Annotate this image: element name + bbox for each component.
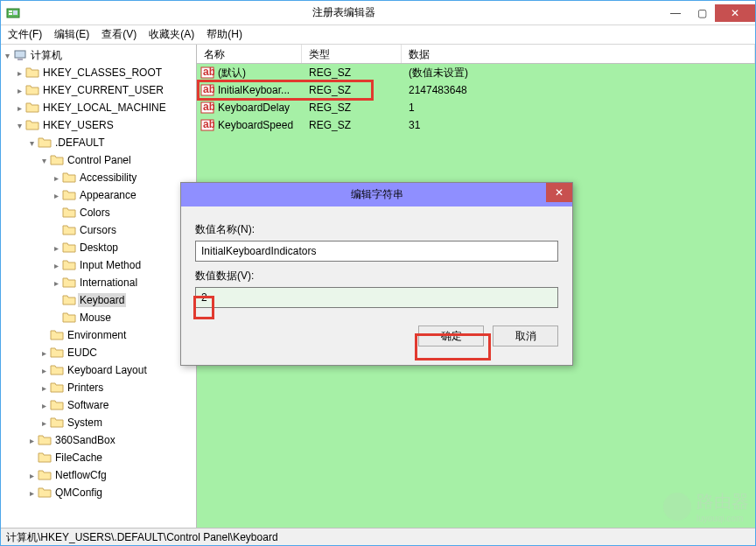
col-name[interactable]: 名称 — [197, 45, 302, 63]
tree-colors[interactable]: ▸Colors — [1, 204, 196, 221]
tree-accessibility[interactable]: ▸Accessibility — [1, 169, 196, 186]
maximize-button[interactable]: ▢ — [689, 4, 715, 22]
value-data-input[interactable] — [195, 287, 558, 308]
expand-icon[interactable]: ▸ — [50, 261, 62, 270]
folder-icon — [50, 328, 64, 342]
tree-hkcu[interactable]: ▸ HKEY_CURRENT_USER — [1, 81, 196, 99]
expand-icon[interactable]: ▸ — [13, 68, 25, 78]
tree-hkcr[interactable]: ▸ HKEY_CLASSES_ROOT — [1, 64, 196, 81]
svg-text:ab: ab — [203, 118, 214, 130]
titlebar: 注册表编辑器 — ▢ ✕ — [1, 1, 755, 25]
folder-icon — [62, 293, 76, 307]
collapse-icon[interactable]: ▾ — [38, 156, 50, 165]
tree-printers[interactable]: ▸Printers — [1, 379, 196, 396]
close-button[interactable]: ✕ — [715, 4, 755, 22]
menu-edit[interactable]: 编辑(E) — [54, 27, 89, 42]
folder-icon — [25, 101, 39, 115]
folder-icon — [50, 416, 64, 430]
folder-icon — [62, 311, 76, 325]
dialog-titlebar[interactable]: 编辑字符串 ✕ — [181, 183, 572, 206]
svg-text:ab: ab — [203, 66, 214, 78]
expand-icon[interactable]: ▸ — [38, 418, 50, 428]
folder-icon — [50, 363, 64, 377]
tree-environment[interactable]: ▸Environment — [1, 326, 196, 344]
tree-appearance[interactable]: ▸Appearance — [1, 186, 196, 204]
folder-icon — [62, 171, 76, 185]
tree-cursors[interactable]: ▸Cursors — [1, 221, 196, 239]
svg-rect-5 — [18, 59, 23, 60]
minimize-button[interactable]: — — [662, 4, 689, 22]
tree-eudc[interactable]: ▸EUDC — [1, 344, 196, 361]
list-row[interactable]: abKeyboardSpeed REG_SZ 31 — [197, 116, 755, 134]
col-data[interactable]: 数据 — [402, 45, 755, 63]
menu-view[interactable]: 查看(V) — [102, 27, 136, 42]
value-name-label: 数值名称(N): — [195, 222, 558, 237]
tree-360sandbox[interactable]: ▸360SandBox — [1, 431, 196, 449]
folder-icon — [25, 83, 39, 97]
expand-icon[interactable]: ▸ — [50, 173, 62, 183]
expand-icon[interactable]: ▸ — [38, 383, 50, 393]
col-type[interactable]: 类型 — [302, 45, 402, 63]
expand-icon[interactable]: ▸ — [38, 366, 50, 375]
tree-mouse[interactable]: ▸Mouse — [1, 309, 196, 326]
collapse-icon[interactable]: ▾ — [25, 138, 38, 148]
expand-icon[interactable]: ▸ — [13, 103, 25, 113]
dialog-buttons: 确定 取消 — [195, 326, 558, 346]
status-path: 计算机\HKEY_USERS\.DEFAULT\Control Panel\Ke… — [6, 531, 278, 543]
cancel-button[interactable]: 取消 — [493, 326, 558, 346]
tree-pane[interactable]: ▾ 计算机 ▸ HKEY_CLASSES_ROOT ▸ HKEY_CURRENT… — [1, 45, 197, 528]
folder-icon — [50, 381, 64, 395]
folder-icon — [62, 258, 76, 272]
folder-icon — [62, 188, 76, 202]
svg-text:ab: ab — [203, 101, 214, 113]
tree-root[interactable]: ▾ 计算机 — [1, 46, 196, 64]
folder-icon — [50, 153, 64, 167]
folder-icon — [25, 66, 39, 80]
expand-icon[interactable]: ▸ — [25, 436, 38, 445]
tree-hklm[interactable]: ▸ HKEY_LOCAL_MACHINE — [1, 99, 196, 116]
tree-hku[interactable]: ▾ HKEY_USERS — [1, 116, 196, 134]
tree-software[interactable]: ▸Software — [1, 396, 196, 414]
tree-default[interactable]: ▾ .DEFAULT — [1, 134, 196, 151]
tree-system[interactable]: ▸System — [1, 414, 196, 431]
list-row[interactable]: ab(默认) REG_SZ (数值未设置) — [197, 64, 755, 81]
dialog-body: 数值名称(N): 数值数据(V): 确定 取消 — [181, 206, 572, 355]
menu-favorites[interactable]: 收藏夹(A) — [149, 27, 194, 42]
expand-icon[interactable]: ▸ — [25, 488, 38, 498]
menu-help[interactable]: 帮助(H) — [206, 27, 242, 42]
tree-netflowcfg[interactable]: ▸NetflowCfg — [1, 466, 196, 484]
tree-control-panel[interactable]: ▾ Control Panel — [1, 151, 196, 169]
dialog-close-button[interactable]: ✕ — [546, 183, 572, 202]
tree-keyboard-layout[interactable]: ▸Keyboard Layout — [1, 361, 196, 379]
expand-icon[interactable]: ▸ — [50, 243, 62, 253]
expand-icon[interactable]: ▸ — [13, 86, 25, 95]
value-name-input[interactable] — [195, 241, 558, 262]
expand-icon[interactable]: ▸ — [50, 191, 62, 200]
svg-text:ab: ab — [203, 83, 214, 95]
tree-filecache[interactable]: ▸FileCache — [1, 449, 196, 466]
svg-rect-2 — [9, 13, 12, 15]
list-header: 名称 类型 数据 — [197, 45, 755, 64]
edit-string-dialog: 编辑字符串 ✕ 数值名称(N): 数值数据(V): 确定 取消 — [180, 182, 573, 366]
collapse-icon[interactable]: ▾ — [13, 121, 25, 130]
menu-file[interactable]: 文件(F) — [8, 27, 42, 42]
string-value-icon: ab — [200, 101, 214, 115]
collapse-icon[interactable]: ▾ — [1, 51, 13, 60]
ok-button[interactable]: 确定 — [418, 326, 484, 346]
regedit-icon — [6, 6, 20, 20]
string-value-icon: ab — [200, 118, 214, 132]
tree-keyboard[interactable]: ▸Keyboard — [1, 291, 196, 309]
tree-international[interactable]: ▸International — [1, 274, 196, 291]
tree-input-method[interactable]: ▸Input Method — [1, 256, 196, 274]
window-buttons: — ▢ ✕ — [662, 4, 755, 22]
string-value-icon: ab — [200, 66, 214, 80]
list-row[interactable]: abKeyboardDelay REG_SZ 1 — [197, 99, 755, 116]
tree-qmconfig[interactable]: ▸QMConfig — [1, 484, 196, 501]
expand-icon[interactable]: ▸ — [50, 278, 62, 288]
expand-icon[interactable]: ▸ — [38, 401, 50, 410]
expand-icon[interactable]: ▸ — [25, 471, 38, 480]
expand-icon[interactable]: ▸ — [38, 348, 50, 358]
folder-icon — [38, 451, 52, 465]
list-row[interactable]: abInitialKeyboar... REG_SZ 2147483648 — [197, 81, 755, 99]
tree-desktop[interactable]: ▸Desktop — [1, 239, 196, 256]
